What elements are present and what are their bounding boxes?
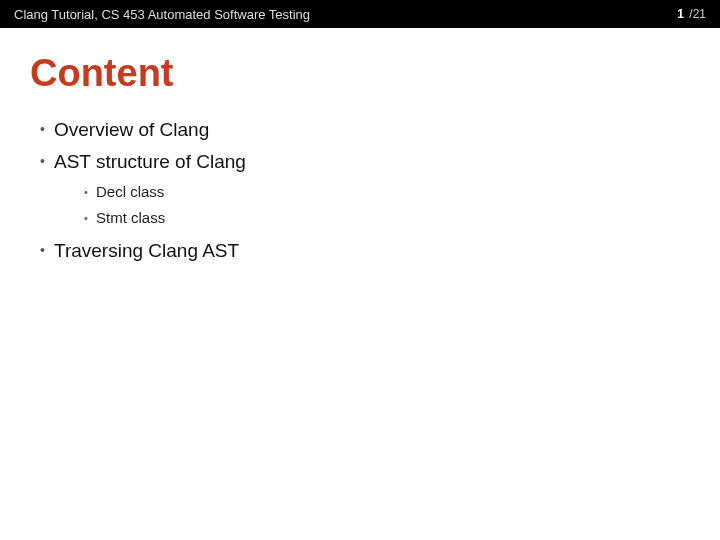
slide-header: Clang Tutorial, CS 453 Automated Softwar… bbox=[0, 0, 720, 28]
sub-list-item-text: Stmt class bbox=[96, 209, 165, 226]
sub-list-item-text: Decl class bbox=[96, 183, 164, 200]
sub-list-item: Stmt class bbox=[84, 208, 690, 228]
slide-title: Content bbox=[30, 52, 690, 95]
list-item-text: AST structure of Clang bbox=[54, 151, 246, 172]
list-item: AST structure of Clang Decl class Stmt c… bbox=[40, 149, 690, 228]
page-current: 1 bbox=[677, 7, 684, 21]
list-item: Overview of Clang bbox=[40, 117, 690, 143]
page-counter: 1 /21 bbox=[677, 7, 706, 21]
bullet-list: Overview of Clang AST structure of Clang… bbox=[30, 117, 690, 263]
sub-list-item: Decl class bbox=[84, 182, 690, 202]
slide: Clang Tutorial, CS 453 Automated Softwar… bbox=[0, 0, 720, 540]
slide-body: Content Overview of Clang AST structure … bbox=[0, 28, 720, 293]
list-item-text: Overview of Clang bbox=[54, 119, 209, 140]
sub-list: Decl class Stmt class bbox=[54, 182, 690, 228]
list-item: Traversing Clang AST bbox=[40, 238, 690, 264]
list-item-text: Traversing Clang AST bbox=[54, 240, 239, 261]
header-title: Clang Tutorial, CS 453 Automated Softwar… bbox=[14, 7, 310, 22]
page-total: /21 bbox=[689, 7, 706, 21]
